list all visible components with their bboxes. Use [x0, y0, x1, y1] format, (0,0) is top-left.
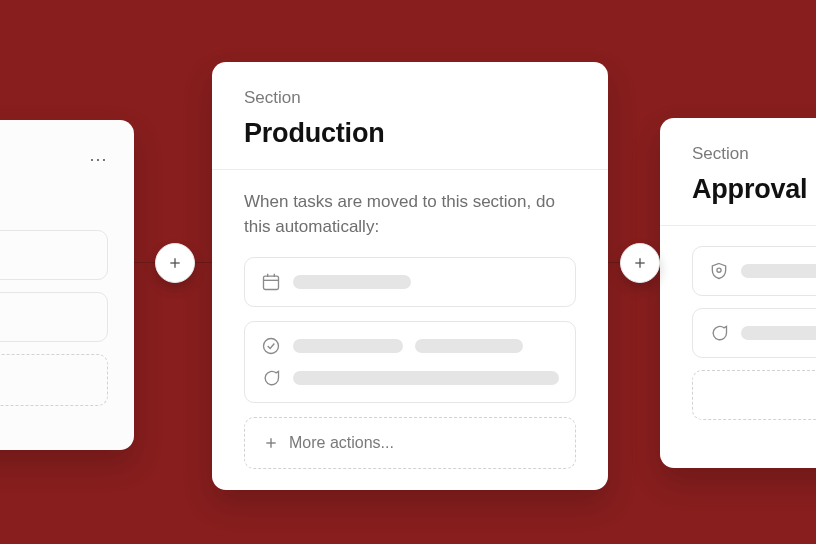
automation-rule[interactable] [244, 321, 576, 403]
rule-row [261, 272, 559, 292]
automation-rule[interactable] [244, 257, 576, 307]
plus-icon [632, 255, 648, 271]
svg-point-11 [717, 268, 721, 272]
add-section-button[interactable] [620, 243, 660, 283]
placeholder-bar [741, 326, 816, 340]
plus-icon [263, 435, 279, 451]
more-actions-placeholder[interactable] [0, 354, 108, 406]
section-card-left: ⋯ [0, 120, 134, 450]
automation-rule[interactable] [692, 246, 816, 296]
overflow-menu-icon[interactable]: ⋯ [89, 148, 108, 170]
plus-icon [167, 255, 183, 271]
section-card-production: Section Production When tasks are moved … [212, 62, 608, 490]
section-eyebrow: Section [244, 88, 576, 108]
section-card-approval: Section Approval [660, 118, 816, 468]
section-title: Approval [692, 174, 816, 205]
rule-description: When tasks are moved to this section, do… [244, 190, 576, 239]
more-actions-label: More actions... [289, 434, 394, 452]
placeholder-bar [293, 339, 403, 353]
section-eyebrow: Section [692, 144, 816, 164]
placeholder-bar [293, 275, 411, 289]
left-card-body [0, 230, 108, 406]
comment-icon [709, 323, 729, 343]
automation-rule[interactable] [692, 308, 816, 358]
placeholder-bar [741, 264, 816, 278]
status-icon [261, 336, 281, 356]
svg-point-6 [264, 339, 279, 354]
rule-placeholder [0, 292, 108, 342]
rule-row [261, 336, 559, 356]
placeholder-bar [293, 371, 559, 385]
rule-placeholder [0, 230, 108, 280]
calendar-icon [261, 272, 281, 292]
rule-row [261, 368, 559, 388]
section-body: When tasks are moved to this section, do… [212, 170, 608, 495]
comment-icon [261, 368, 281, 388]
more-actions-placeholder[interactable] [692, 370, 816, 420]
more-actions-button[interactable]: More actions... [244, 417, 576, 469]
section-header: Section Approval [660, 118, 816, 225]
rule-row [709, 323, 816, 343]
add-section-button[interactable] [155, 243, 195, 283]
svg-rect-2 [264, 276, 279, 289]
shield-icon [709, 261, 729, 281]
section-title: Production [244, 118, 576, 149]
section-body [660, 226, 816, 440]
placeholder-bar [415, 339, 523, 353]
rule-row [709, 261, 816, 281]
section-header: Section Production [212, 62, 608, 169]
